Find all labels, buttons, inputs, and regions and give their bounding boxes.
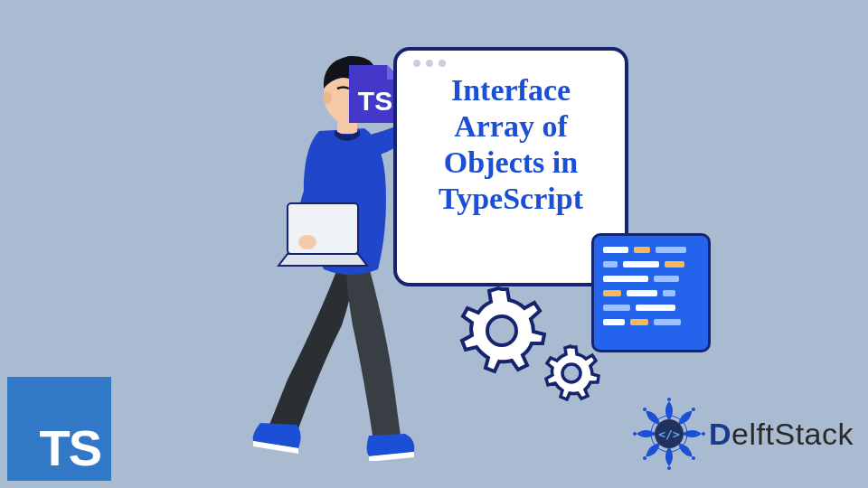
mandala-icon: </> <box>633 398 705 470</box>
svg-point-15 <box>633 432 637 436</box>
code-snippet-panel <box>591 233 711 352</box>
svg-point-5 <box>487 316 516 345</box>
svg-point-9 <box>667 398 671 401</box>
svg-point-4 <box>323 91 332 104</box>
laptop-icon <box>278 203 367 266</box>
svg-point-16 <box>643 408 646 411</box>
svg-point-11 <box>702 432 705 436</box>
svg-point-13 <box>667 466 671 470</box>
svg-point-10 <box>692 408 695 411</box>
svg-point-12 <box>692 456 695 460</box>
gear-small-icon <box>542 343 600 401</box>
svg-point-1 <box>298 235 316 249</box>
delftstack-wordmark: DelftStack <box>709 417 854 452</box>
ts-small-text: TS <box>358 86 392 116</box>
ts-logo-text: TS <box>39 423 100 474</box>
gear-large-icon <box>457 284 547 374</box>
card-title: Interface Array of Objects in TypeScript <box>413 72 609 217</box>
window-traffic-lights <box>413 60 609 67</box>
svg-point-14 <box>643 456 646 460</box>
svg-point-6 <box>562 364 580 382</box>
delftstack-logo: </> DelftStack <box>633 398 854 470</box>
illustration-canvas: TS Interface Array of Objects in TypeScr… <box>0 0 868 488</box>
typescript-logo: TS <box>7 377 111 481</box>
code-brackets-icon: </> <box>658 427 680 441</box>
svg-rect-0 <box>288 203 358 254</box>
